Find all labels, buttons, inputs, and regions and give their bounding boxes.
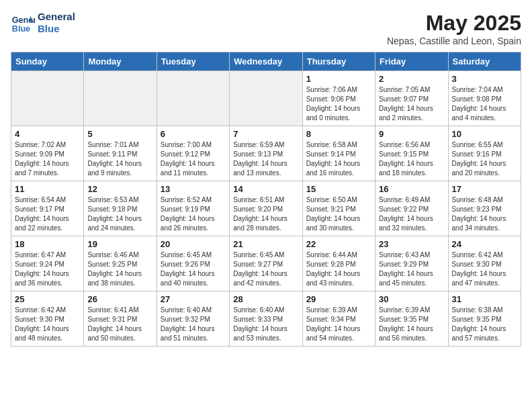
month-title: May 2025 (387, 11, 521, 36)
weekday-header-saturday: Saturday (448, 52, 521, 71)
day-number: 24 (452, 239, 517, 249)
day-info: Sunrise: 6:40 AMSunset: 9:32 PMDaylight:… (161, 306, 226, 343)
day-info: Sunrise: 7:00 AMSunset: 9:12 PMDaylight:… (161, 140, 226, 178)
location-title: Nepas, Castille and Leon, Spain (387, 36, 521, 46)
day-cell: 30Sunrise: 6:39 AMSunset: 9:35 PMDayligh… (375, 291, 448, 347)
day-info: Sunrise: 6:38 AMSunset: 9:35 PMDaylight:… (452, 306, 517, 343)
day-cell: 1Sunrise: 7:06 AMSunset: 9:06 PMDaylight… (302, 71, 375, 126)
day-info: Sunrise: 6:54 AMSunset: 9:17 PMDaylight:… (15, 195, 80, 233)
day-cell: 7Sunrise: 6:59 AMSunset: 9:13 PMDaylight… (230, 126, 302, 181)
day-info: Sunrise: 6:50 AMSunset: 9:21 PMDaylight:… (306, 195, 371, 233)
day-cell: 17Sunrise: 6:48 AMSunset: 9:23 PMDayligh… (448, 181, 521, 236)
day-number: 2 (379, 74, 444, 84)
day-number: 22 (306, 239, 371, 249)
day-cell: 18Sunrise: 6:47 AMSunset: 9:24 PMDayligh… (11, 236, 84, 291)
day-cell: 24Sunrise: 6:42 AMSunset: 9:30 PMDayligh… (448, 236, 521, 291)
logo-icon: General Blue (11, 11, 35, 35)
day-info: Sunrise: 7:05 AMSunset: 9:07 PMDaylight:… (379, 85, 444, 123)
day-cell: 21Sunrise: 6:45 AMSunset: 9:27 PMDayligh… (230, 236, 302, 291)
day-cell: 9Sunrise: 6:56 AMSunset: 9:15 PMDaylight… (375, 126, 448, 181)
day-cell (11, 71, 84, 126)
day-cell: 23Sunrise: 6:43 AMSunset: 9:29 PMDayligh… (375, 236, 448, 291)
day-number: 15 (306, 184, 371, 194)
day-info: Sunrise: 6:49 AMSunset: 9:22 PMDaylight:… (379, 195, 444, 233)
day-number: 3 (452, 74, 517, 84)
day-number: 20 (161, 239, 226, 249)
day-number: 29 (306, 294, 371, 304)
title-area: May 2025 Nepas, Castille and Leon, Spain (387, 11, 521, 46)
day-cell: 4Sunrise: 7:02 AMSunset: 9:09 PMDaylight… (11, 126, 84, 181)
day-number: 30 (379, 294, 444, 304)
day-number: 13 (161, 184, 226, 194)
calendar-table: SundayMondayTuesdayWednesdayThursdayFrid… (11, 52, 521, 347)
weekday-header-thursday: Thursday (302, 52, 375, 71)
day-cell: 19Sunrise: 6:46 AMSunset: 9:25 PMDayligh… (84, 236, 157, 291)
week-row-2: 4Sunrise: 7:02 AMSunset: 9:09 PMDaylight… (11, 126, 521, 181)
weekday-header-friday: Friday (375, 52, 448, 71)
week-row-4: 18Sunrise: 6:47 AMSunset: 9:24 PMDayligh… (11, 236, 521, 291)
day-cell: 26Sunrise: 6:41 AMSunset: 9:31 PMDayligh… (84, 291, 157, 347)
day-info: Sunrise: 6:39 AMSunset: 9:34 PMDaylight:… (306, 306, 371, 343)
svg-text:Blue: Blue (12, 24, 30, 34)
day-info: Sunrise: 7:06 AMSunset: 9:06 PMDaylight:… (306, 85, 371, 123)
day-cell: 20Sunrise: 6:45 AMSunset: 9:26 PMDayligh… (157, 236, 229, 291)
day-cell: 2Sunrise: 7:05 AMSunset: 9:07 PMDaylight… (375, 71, 448, 126)
day-number: 27 (161, 294, 226, 304)
day-cell: 27Sunrise: 6:40 AMSunset: 9:32 PMDayligh… (157, 291, 229, 347)
day-cell: 3Sunrise: 7:04 AMSunset: 9:08 PMDaylight… (448, 71, 521, 126)
day-number: 17 (452, 184, 517, 194)
day-number: 23 (379, 239, 444, 249)
day-info: Sunrise: 6:46 AMSunset: 9:25 PMDaylight:… (87, 250, 152, 288)
day-number: 21 (233, 239, 298, 249)
day-cell: 22Sunrise: 6:44 AMSunset: 9:28 PMDayligh… (302, 236, 375, 291)
weekday-header-monday: Monday (84, 52, 157, 71)
day-info: Sunrise: 6:47 AMSunset: 9:24 PMDaylight:… (15, 250, 80, 288)
day-cell: 14Sunrise: 6:51 AMSunset: 9:20 PMDayligh… (230, 181, 302, 236)
day-number: 31 (452, 294, 517, 304)
day-info: Sunrise: 6:59 AMSunset: 9:13 PMDaylight:… (233, 140, 298, 178)
day-cell: 12Sunrise: 6:53 AMSunset: 9:18 PMDayligh… (84, 181, 157, 236)
day-info: Sunrise: 7:04 AMSunset: 9:08 PMDaylight:… (452, 85, 517, 123)
day-number: 10 (452, 129, 517, 139)
week-row-3: 11Sunrise: 6:54 AMSunset: 9:17 PMDayligh… (11, 181, 521, 236)
day-cell: 5Sunrise: 7:01 AMSunset: 9:11 PMDaylight… (84, 126, 157, 181)
day-cell: 8Sunrise: 6:58 AMSunset: 9:14 PMDaylight… (302, 126, 375, 181)
weekday-header-sunday: Sunday (11, 52, 84, 71)
day-cell (230, 71, 302, 126)
day-number: 6 (161, 129, 226, 139)
day-cell (84, 71, 157, 126)
day-info: Sunrise: 6:45 AMSunset: 9:26 PMDaylight:… (161, 250, 226, 288)
day-cell: 28Sunrise: 6:40 AMSunset: 9:33 PMDayligh… (230, 291, 302, 347)
day-info: Sunrise: 6:39 AMSunset: 9:35 PMDaylight:… (379, 306, 444, 343)
day-cell (157, 71, 229, 126)
day-number: 19 (87, 239, 152, 249)
day-info: Sunrise: 6:44 AMSunset: 9:28 PMDaylight:… (306, 250, 371, 288)
day-info: Sunrise: 6:56 AMSunset: 9:15 PMDaylight:… (379, 140, 444, 178)
logo: General Blue General Blue (11, 11, 75, 35)
day-number: 16 (379, 184, 444, 194)
day-number: 26 (87, 294, 152, 304)
day-info: Sunrise: 6:48 AMSunset: 9:23 PMDaylight:… (452, 195, 517, 233)
weekday-header-row: SundayMondayTuesdayWednesdayThursdayFrid… (11, 52, 521, 71)
day-number: 9 (379, 129, 444, 139)
day-cell: 16Sunrise: 6:49 AMSunset: 9:22 PMDayligh… (375, 181, 448, 236)
day-number: 7 (233, 129, 298, 139)
weekday-header-wednesday: Wednesday (230, 52, 302, 71)
day-info: Sunrise: 6:40 AMSunset: 9:33 PMDaylight:… (233, 306, 298, 343)
day-number: 1 (306, 74, 371, 84)
week-row-5: 25Sunrise: 6:42 AMSunset: 9:30 PMDayligh… (11, 291, 521, 347)
day-cell: 13Sunrise: 6:52 AMSunset: 9:19 PMDayligh… (157, 181, 229, 236)
day-number: 5 (87, 129, 152, 139)
day-info: Sunrise: 6:55 AMSunset: 9:16 PMDaylight:… (452, 140, 517, 178)
day-info: Sunrise: 6:51 AMSunset: 9:20 PMDaylight:… (233, 195, 298, 233)
day-info: Sunrise: 6:42 AMSunset: 9:30 PMDaylight:… (452, 250, 517, 288)
week-row-1: 1Sunrise: 7:06 AMSunset: 9:06 PMDaylight… (11, 71, 521, 126)
day-info: Sunrise: 6:41 AMSunset: 9:31 PMDaylight:… (87, 306, 152, 343)
logo-blue: Blue (38, 23, 75, 35)
day-cell: 15Sunrise: 6:50 AMSunset: 9:21 PMDayligh… (302, 181, 375, 236)
day-cell: 31Sunrise: 6:38 AMSunset: 9:35 PMDayligh… (448, 291, 521, 347)
day-info: Sunrise: 6:45 AMSunset: 9:27 PMDaylight:… (233, 250, 298, 288)
day-info: Sunrise: 6:52 AMSunset: 9:19 PMDaylight:… (161, 195, 226, 233)
day-number: 25 (15, 294, 80, 304)
weekday-header-tuesday: Tuesday (157, 52, 229, 71)
